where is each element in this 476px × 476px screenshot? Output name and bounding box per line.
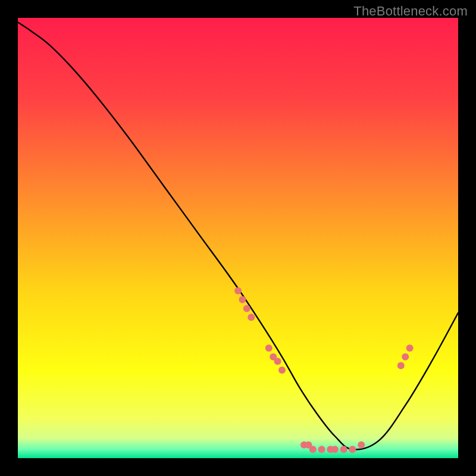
data-marker [358, 441, 365, 449]
data-marker [278, 367, 286, 374]
data-marker [406, 345, 414, 352]
data-marker [239, 296, 246, 303]
data-marker [243, 305, 250, 312]
data-marker [402, 353, 409, 361]
data-marker [248, 314, 255, 321]
data-marker [309, 446, 317, 453]
watermark-text: TheBottleneck.com [353, 4, 468, 19]
data-marker [274, 358, 281, 365]
data-marker [340, 446, 347, 453]
gradient-background [18, 18, 458, 458]
plot-area [18, 18, 458, 458]
data-marker [234, 287, 242, 295]
data-marker [265, 345, 273, 352]
data-marker [318, 446, 325, 453]
data-marker [349, 446, 356, 453]
bottleneck-chart [18, 18, 458, 458]
data-marker [331, 446, 339, 453]
data-marker [397, 362, 405, 369]
chart-frame: TheBottleneck.com [0, 0, 476, 476]
